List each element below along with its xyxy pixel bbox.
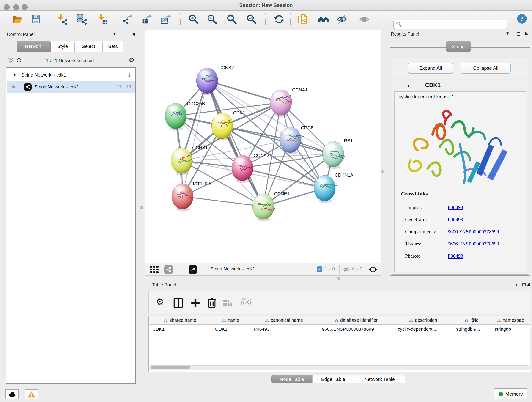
- crosslink-compartments[interactable]: 9606.ENSP00000378699: [448, 229, 499, 235]
- column-header-shared-name[interactable]: shared name: [149, 316, 211, 324]
- gene-section-caret[interactable]: ▼: [407, 84, 410, 88]
- column-header-description[interactable]: description: [394, 316, 452, 324]
- crosslink-pharos[interactable]: P06493: [448, 253, 463, 259]
- table-horizontal-scrollbar[interactable]: [149, 365, 530, 370]
- crosslink-tissues[interactable]: 9606.ENSP00000378699: [448, 241, 499, 247]
- control-panel-menu-caret[interactable]: ▼: [113, 32, 116, 36]
- control-panel-close-button[interactable]: ✖: [132, 32, 136, 37]
- export-network-button[interactable]: [121, 13, 134, 26]
- expand-all-button[interactable]: Expand All: [408, 63, 453, 74]
- table-gear-icon[interactable]: ⚙: [156, 297, 164, 307]
- column-header-namespac[interactable]: namespac: [491, 316, 530, 324]
- open-in-window-icon[interactable]: [189, 265, 197, 274]
- clone-network-button[interactable]: [297, 13, 309, 26]
- table-cell[interactable]: 9606.ENSP00000378699: [318, 327, 394, 332]
- search-field[interactable]: [393, 20, 507, 29]
- birdseye-crosshair-icon[interactable]: [368, 265, 378, 274]
- node-ccnb2[interactable]: CCNB2: [196, 65, 234, 95]
- table-cell[interactable]: P06493: [250, 327, 318, 332]
- node-rb1[interactable]: RB1: [322, 138, 353, 169]
- warnings-button[interactable]: [25, 389, 38, 400]
- edge-ccnb2-hist1h1a[interactable]: [182, 81, 207, 196]
- table-cell[interactable]: CDK1: [211, 327, 250, 332]
- network-options-gear-icon[interactable]: ⚙: [129, 56, 134, 64]
- svg-text:?: ?: [520, 15, 524, 22]
- save-session-button[interactable]: [30, 13, 43, 26]
- zoom-selected-button[interactable]: [245, 13, 258, 26]
- hidden-eye-slash-icon[interactable]: [342, 266, 350, 273]
- table-cell[interactable]: cyclin-dependent ...: [394, 327, 452, 332]
- table-cell[interactable]: stringdb: [491, 327, 530, 332]
- results-panel-close-button[interactable]: ✖: [524, 31, 528, 36]
- zoom-fit-button[interactable]: [225, 13, 238, 26]
- memory-button[interactable]: Memory: [494, 389, 527, 400]
- tab-edge-table[interactable]: Edge Table: [312, 375, 354, 383]
- table-columns-icon[interactable]: [173, 298, 183, 308]
- network-canvas[interactable]: CCNB2CCNA1CDC25BCDK1CDC6RB1CCNB1CCNA2CDK…: [145, 30, 381, 263]
- cloud-button[interactable]: [6, 389, 19, 400]
- node-ccna1[interactable]: CCNA1: [270, 87, 308, 117]
- network-row[interactable]: String Network – cdk1 11 48: [7, 81, 135, 93]
- tab-sets[interactable]: Sets: [102, 41, 123, 52]
- crosslink-uniprot[interactable]: P06493: [448, 204, 463, 211]
- results-panel-menu-caret[interactable]: ▼: [506, 32, 509, 36]
- table-panel-close-button[interactable]: ✖: [527, 282, 531, 287]
- bottom-divider-handle[interactable]: [337, 277, 340, 280]
- import-network-file-button[interactable]: [56, 13, 69, 26]
- open-session-button[interactable]: [11, 13, 24, 26]
- add-column-icon[interactable]: [190, 298, 201, 308]
- statusbar-separator: [180, 265, 180, 274]
- network-name: String Network – cdk1: [34, 84, 79, 89]
- column-header-database-identifier[interactable]: database identifier: [318, 316, 394, 324]
- node-cdkn1a[interactable]: CDKN1A: [314, 172, 354, 203]
- apply-layout-button[interactable]: [273, 13, 285, 26]
- results-panel-float-button[interactable]: [517, 32, 520, 36]
- table-cell[interactable]: CDK1: [149, 327, 211, 332]
- edge-ccnb2-ccna1[interactable]: [207, 81, 281, 102]
- node-table[interactable]: shared namenamecanonical namedatabase id…: [148, 316, 530, 372]
- tab-select[interactable]: Select: [75, 41, 102, 52]
- node-ccne1[interactable]: CCNE1: [253, 191, 290, 221]
- import-table-file-button[interactable]: [96, 13, 109, 26]
- collapse-all-button[interactable]: Collapse All: [461, 63, 511, 74]
- node-hist1h1a[interactable]: HIST1H1A: [172, 181, 211, 211]
- edge-hist1h1a-ccne1[interactable]: [182, 196, 263, 206]
- zoom-out-button[interactable]: [206, 13, 219, 26]
- help-button[interactable]: ?: [515, 12, 528, 25]
- warning-icon: [27, 391, 35, 398]
- network-view-share-icon[interactable]: [164, 265, 173, 274]
- search-input[interactable]: [402, 22, 507, 27]
- column-header-canonical-name[interactable]: canonical name: [250, 316, 318, 324]
- tab-node-table[interactable]: Node Table: [272, 375, 312, 383]
- selected-checkbox[interactable]: ✓: [317, 266, 322, 272]
- string-home-button[interactable]: [317, 13, 330, 26]
- tab-style[interactable]: Style: [51, 41, 75, 52]
- table-scrollbar-thumb[interactable]: [151, 366, 190, 369]
- column-header-name[interactable]: name: [211, 316, 250, 324]
- right-divider-handle[interactable]: [381, 170, 384, 173]
- network-collection-row[interactable]: ▼ String Network – cdk1 1: [7, 69, 135, 81]
- delete-column-icon[interactable]: [207, 297, 216, 308]
- tab-network[interactable]: Network: [17, 41, 51, 52]
- left-divider-handle[interactable]: [140, 206, 143, 209]
- show-all-button[interactable]: [358, 13, 371, 26]
- export-image-button[interactable]: [159, 13, 172, 26]
- grid-view-icon[interactable]: [150, 266, 160, 274]
- table-panel-menu-caret[interactable]: ▼: [515, 283, 518, 287]
- network-graph[interactable]: CCNB2CCNA1CDC25BCDK1CDC6RB1CCNB1CCNA2CDK…: [146, 30, 381, 263]
- zoom-in-button[interactable]: [187, 13, 200, 26]
- control-panel: Control Panel ▼ ✖ Network Style Select S…: [2, 29, 138, 385]
- tab-string[interactable]: String: [446, 41, 471, 52]
- import-network-database-button[interactable]: [75, 13, 88, 26]
- tab-network-table[interactable]: Network Table: [354, 375, 405, 383]
- table-panel-float-button[interactable]: [522, 283, 526, 287]
- export-table-button[interactable]: [140, 13, 153, 26]
- control-panel-float-button[interactable]: [125, 32, 128, 36]
- collection-expand-caret[interactable]: ▼: [13, 73, 16, 77]
- table-cell[interactable]: stringdb:9...: [452, 327, 491, 332]
- column-header--id[interactable]: @id: [452, 316, 491, 324]
- crosslink-genecard[interactable]: P06493: [448, 217, 463, 223]
- table-row[interactable]: CDK1CDK1P064939606.ENSP00000378699cyclin…: [149, 325, 530, 334]
- edge-ccnb2-ccne1[interactable]: [207, 81, 263, 206]
- hide-selected-button[interactable]: [336, 13, 348, 26]
